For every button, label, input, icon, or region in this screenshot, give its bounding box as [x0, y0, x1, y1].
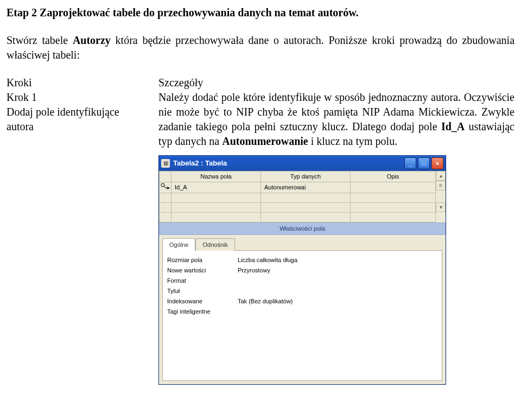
scroll-up-button[interactable]: ▴ — [436, 171, 446, 181]
property-label: Tagi inteligentne — [167, 308, 238, 316]
svg-line-2 — [166, 187, 167, 188]
property-label: Tytuł — [167, 287, 238, 295]
field-type-cell[interactable] — [261, 193, 351, 202]
table-row[interactable] — [160, 202, 436, 212]
access-table-window: ▦ Tabela2 : Tabela _ □ × Nazwa pola — [158, 155, 446, 385]
property-value[interactable] — [238, 308, 437, 316]
step-detail-bold-2: Autonumerowanie — [222, 135, 308, 147]
step-detail: Należy dodać pole które identyfikuje w s… — [158, 90, 514, 149]
row-selector[interactable]: ▸ — [160, 182, 171, 193]
property-row[interactable]: Indeksowane Tak (Bez duplikatów) — [167, 296, 437, 307]
row-selector[interactable] — [160, 202, 171, 212]
grid-header-row: Nazwa pola Typ danych Opis — [160, 171, 436, 182]
property-label: Rozmiar pola — [167, 256, 238, 264]
field-desc-cell[interactable] — [351, 193, 436, 202]
steps-right-column: Szczegóły Należy dodać pole które identy… — [158, 75, 514, 385]
vertical-scrollbar[interactable]: ▴ ≡ ▾ — [436, 171, 446, 222]
steps-right-header: Szczegóły — [158, 75, 514, 90]
property-row[interactable]: Tagi inteligentne — [167, 307, 437, 317]
window-titlebar[interactable]: ▦ Tabela2 : Tabela _ □ × — [159, 156, 446, 171]
close-button[interactable]: × — [431, 157, 443, 169]
window-title: Tabela2 : Tabela — [173, 158, 404, 168]
field-desc-cell[interactable] — [351, 202, 436, 212]
table-row[interactable] — [160, 212, 436, 222]
tab-lookup[interactable]: Odnośnik — [195, 238, 234, 251]
steps-left-header: Kroki — [7, 75, 126, 90]
grid-header-name: Nazwa pola — [171, 171, 261, 182]
field-type-cell[interactable]: Autonumerowai — [261, 182, 351, 193]
maximize-button[interactable]: □ — [418, 157, 430, 169]
svg-line-1 — [164, 186, 167, 189]
property-label: Format — [167, 277, 238, 285]
primary-key-icon — [161, 183, 167, 189]
property-row[interactable]: Format — [167, 276, 437, 286]
steps-left-column: Kroki Krok 1 Dodaj pole identyfikujące a… — [7, 75, 126, 385]
field-desc-cell[interactable] — [351, 182, 436, 193]
field-name-cell[interactable] — [171, 212, 261, 222]
field-desc-cell[interactable] — [351, 212, 436, 222]
grid-header-type: Typ danych — [261, 171, 351, 182]
table-row[interactable] — [160, 193, 436, 202]
row-selector[interactable] — [160, 193, 171, 202]
intro-pre: Stwórz tabele — [7, 34, 73, 46]
intro-bold: Autorzy — [73, 34, 111, 46]
table-row[interactable]: ▸ Id_A Autonumerowai — [160, 182, 436, 193]
window-buttons: _ □ × — [404, 157, 443, 169]
tab-general[interactable]: Ogólne — [162, 238, 195, 251]
field-type-cell[interactable] — [261, 202, 351, 212]
property-tabs: Ogólne Odnośnik — [162, 238, 442, 251]
field-properties-header: Właściwości pola — [159, 222, 446, 235]
property-row[interactable]: Rozmiar pola Liczba całkowita długa — [167, 255, 437, 265]
step-title: Dodaj pole identyfikujące autora — [7, 105, 126, 134]
intro-paragraph: Stwórz tabele Autorzy która będzie przec… — [7, 33, 514, 62]
section-heading: Etap 2 Zaprojektować tabele do przechowy… — [7, 5, 514, 20]
field-grid-container: Nazwa pola Typ danych Opis — [159, 171, 446, 222]
row-selector[interactable] — [160, 212, 171, 222]
property-value[interactable]: Liczba całkowita długa — [238, 256, 437, 264]
step-number: Krok 1 — [7, 90, 126, 105]
field-grid[interactable]: Nazwa pola Typ danych Opis — [159, 171, 436, 222]
steps-table: Kroki Krok 1 Dodaj pole identyfikujące a… — [7, 75, 514, 385]
field-name-cell[interactable] — [171, 202, 261, 212]
field-type-cell[interactable] — [261, 212, 351, 222]
property-label: Nowe wartości — [167, 266, 238, 275]
scroll-track[interactable] — [436, 190, 446, 202]
scroll-thumb[interactable]: ≡ — [436, 181, 446, 190]
property-row[interactable]: Tytuł — [167, 286, 437, 296]
property-value[interactable]: Tak (Bez duplikatów) — [238, 297, 437, 306]
field-name-cell[interactable]: Id_A — [171, 182, 261, 193]
field-name-cell[interactable] — [171, 193, 261, 202]
document-body: Etap 2 Zaprojektować tabele do przechowy… — [0, 0, 521, 396]
property-value[interactable] — [238, 287, 437, 295]
field-properties-body: Ogólne Odnośnik Rozmiar pola Liczba całk… — [159, 235, 446, 385]
step-detail-bold-1: Id_A — [441, 120, 465, 132]
current-row-arrow-icon: ▸ — [167, 184, 170, 192]
property-label: Indeksowane — [167, 297, 238, 306]
property-blank-area — [167, 316, 437, 376]
minimize-button[interactable]: _ — [404, 157, 416, 169]
property-sheet: Rozmiar pola Liczba całkowita długa Nowe… — [162, 250, 442, 381]
property-list: Rozmiar pola Liczba całkowita długa Nowe… — [167, 255, 437, 376]
grid-header-rowselector — [160, 171, 171, 182]
property-value[interactable]: Przyrostowy — [238, 266, 437, 275]
property-value[interactable] — [238, 277, 437, 285]
step-detail-text-3: i klucz na tym polu. — [308, 135, 397, 147]
grid-header-desc: Opis — [351, 171, 436, 182]
table-icon: ▦ — [161, 159, 170, 168]
scroll-down-button[interactable]: ▾ — [436, 202, 446, 212]
property-row[interactable]: Nowe wartości Przyrostowy — [167, 265, 437, 276]
